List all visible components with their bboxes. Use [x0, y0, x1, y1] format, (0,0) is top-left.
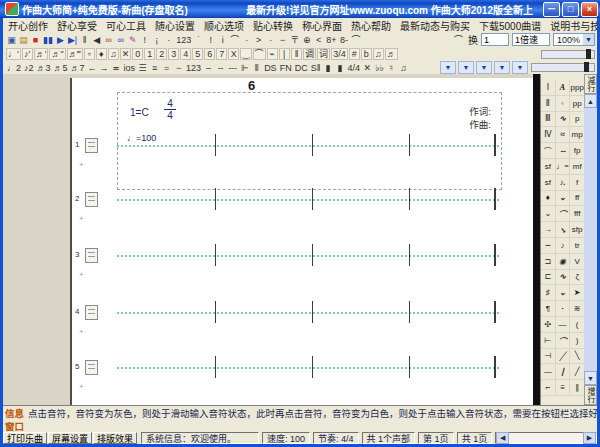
row-add-icon[interactable]: + [79, 382, 84, 391]
toolbar-icon[interactable]: ▤ [18, 34, 29, 46]
layout-tool-button[interactable]: ⫴ [251, 62, 262, 74]
note-input-button[interactable]: ♩′ [6, 48, 21, 60]
slur-icon[interactable]: ⌒ [452, 34, 465, 46]
note-input-button[interactable]: ♦ [96, 48, 107, 60]
toolbar-icon[interactable]: 123 [175, 34, 192, 46]
palette-symbol-button[interactable]: ⌐ [541, 380, 556, 396]
toolbar-icon[interactable]: ■ [30, 34, 41, 46]
palette-symbol-button[interactable]: ♪ [556, 238, 571, 254]
toolbar-icon[interactable]: ! [205, 34, 216, 46]
row-instrument-icon[interactable] [85, 192, 98, 207]
palette-symbol-button[interactable]: ⌒ [556, 333, 571, 349]
scroll-down-icon[interactable]: ▼ [584, 371, 597, 385]
note-input-button[interactable]: ♬′ [34, 48, 49, 60]
palette-symbol-button[interactable]: ≡ [556, 380, 571, 396]
note-input-button[interactable]: ♬‴ [67, 48, 83, 60]
palette-symbol-button[interactable]: ╱ [570, 364, 585, 380]
slider-thumb[interactable] [586, 49, 591, 59]
row-instrument-icon[interactable] [85, 305, 98, 320]
layout-tool-button[interactable]: ios [123, 62, 137, 74]
composer-label[interactable]: 作曲: [469, 119, 491, 130]
palette-symbol-button[interactable]: ♪. [556, 175, 571, 191]
staff-system-row[interactable]: 2 + [72, 190, 535, 232]
note-input-button[interactable]: ❘ [279, 48, 291, 60]
palette-symbol-button[interactable]: A [556, 80, 571, 96]
palette-symbol-button[interactable]: mp [570, 127, 585, 143]
palette-symbol-button[interactable]: ╲ [570, 349, 585, 365]
note-input-button[interactable]: ♬ [385, 48, 398, 60]
note-input-button[interactable]: 7 [216, 48, 227, 60]
menu-item[interactable]: 贴心转换 [253, 18, 293, 33]
note-input-button[interactable]: 5 [192, 48, 203, 60]
palette-symbol-button[interactable]: ) [570, 333, 585, 349]
dropdown-arrow-button[interactable]: ▼ [494, 61, 510, 74]
layout-tool-button[interactable]: ⊩ [239, 62, 250, 74]
staff-guide-line[interactable] [117, 312, 499, 314]
palette-symbol-button[interactable]: ⊏ [541, 270, 556, 286]
toolbar-icon[interactable]: < [313, 34, 324, 46]
palette-symbol-button[interactable]: ∥ [570, 380, 585, 396]
menu-item[interactable]: 可心工具 [106, 18, 146, 33]
layout-tool-button[interactable]: ♬3 [36, 62, 52, 74]
layout-tool-button[interactable]: ♫ [398, 62, 409, 74]
palette-symbol-button[interactable]: tr [570, 238, 585, 254]
row-instrument-icon[interactable] [85, 138, 98, 153]
row-add-icon[interactable]: + [79, 327, 84, 336]
layout-tool-button[interactable]: --- [227, 62, 238, 74]
layout-tool-button[interactable]: ≡ [149, 62, 160, 74]
toolbar-icon[interactable]: · [265, 34, 276, 46]
palette-symbol-button[interactable]: ↘ [556, 222, 571, 238]
toolbar2-slider[interactable] [541, 50, 595, 59]
palette-symbol-button[interactable]: ∿ [556, 112, 571, 128]
row-instrument-icon[interactable] [85, 248, 98, 263]
layout-tool-button[interactable]: = [161, 62, 172, 74]
palette-symbol-button[interactable]: ✣ [541, 317, 556, 333]
horizontal-scrollbar[interactable]: ◀ ▶ [495, 432, 597, 444]
layout-tool-button[interactable]: S‖ [310, 62, 322, 74]
palette-symbol-button[interactable]: sfp [570, 222, 585, 238]
toolbar-icon[interactable]: 8+ [325, 34, 337, 46]
layout-tool-button[interactable]: ☰ [137, 62, 148, 74]
staff-guide-line[interactable] [117, 255, 499, 257]
toolbar-icon[interactable]: · [163, 34, 174, 46]
layout-tool-button[interactable]: ♩2 [6, 62, 22, 74]
note-input-button[interactable]: ♫ [373, 48, 384, 60]
menu-item[interactable]: 随心设置 [155, 18, 195, 33]
palette-symbol-button[interactable]: ◉ [556, 254, 571, 270]
layout-tool-button[interactable]: 123 [185, 62, 202, 74]
note-input-button[interactable]: 4 [180, 48, 191, 60]
palette-symbol-button[interactable]: ∿ [556, 270, 571, 286]
palette-symbol-button[interactable]: ∽ [556, 143, 571, 159]
layout-tool-button[interactable]: ♮ [386, 62, 397, 74]
palette-symbol-button[interactable]: ¶ [541, 301, 556, 317]
add-row-button[interactable]: 增行 [584, 385, 597, 405]
palette-symbol-button[interactable]: — [556, 317, 571, 333]
toolbar-icon[interactable]: ▣ [6, 34, 17, 46]
palette-symbol-button[interactable]: ♩= [556, 159, 571, 175]
palette-symbol-button[interactable]: Ⅰ [541, 80, 556, 96]
palette-symbol-button[interactable]: ∼ [541, 238, 556, 254]
scroll-track[interactable] [509, 433, 583, 443]
note-input-button[interactable]: 3 [168, 48, 179, 60]
palette-symbol-button[interactable]: ⌄ [556, 285, 571, 301]
palette-symbol-button[interactable]: sf [541, 175, 556, 191]
note-input-button[interactable]: ⌒ [253, 48, 266, 60]
layout-tool-button[interactable]: 4/4 [346, 62, 361, 74]
layout-tool-button[interactable]: ▮ [334, 62, 345, 74]
menu-item[interactable]: 舒心享受 [57, 18, 97, 33]
dropdown-arrow-button[interactable]: ▼ [440, 61, 456, 74]
layout-tool-button[interactable]: ≖ [111, 62, 122, 74]
layout-tool-button[interactable]: ▮ [322, 62, 333, 74]
toolbar-icon[interactable]: ▶ [55, 34, 66, 46]
palette-symbol-button[interactable]: ⊣ [541, 349, 556, 365]
palette-symbol-button[interactable]: ♯ [541, 285, 556, 301]
palette-symbol-button[interactable]: mf [570, 159, 585, 175]
toolbar-icon[interactable]: 〒 [289, 34, 300, 46]
layout-tool-button[interactable]: ♭♭ [374, 62, 385, 74]
palette-symbol-button[interactable]: ff [570, 191, 585, 207]
note-input-button[interactable]: # [349, 48, 360, 60]
palette-symbol-button[interactable]: ⌄ [541, 206, 556, 222]
palette-symbol-button[interactable]: Ⅲ [541, 112, 556, 128]
palette-symbol-button[interactable]: Ⅳ [541, 127, 556, 143]
palette-symbol-button[interactable]: pp [570, 96, 585, 112]
